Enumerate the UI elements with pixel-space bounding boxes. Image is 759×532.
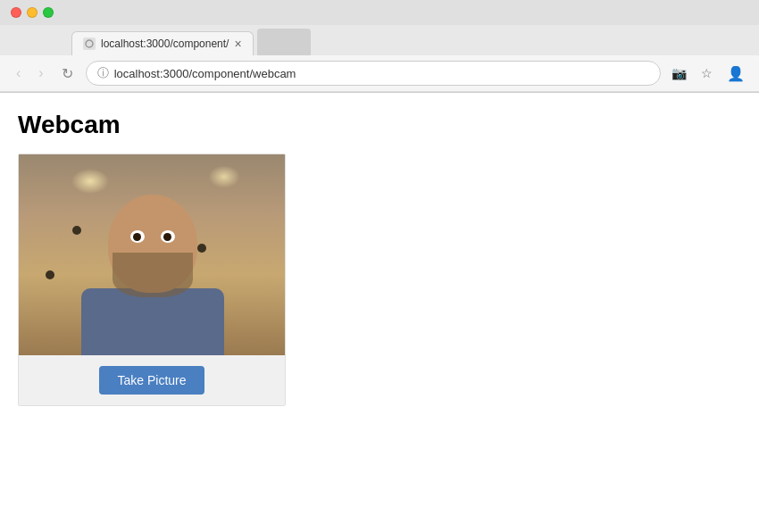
person-silhouette [63, 177, 242, 355]
svg-rect-0 [83, 37, 96, 50]
pupil-left [133, 233, 141, 241]
title-bar [0, 0, 759, 25]
browser-chrome: localhost:3000/component/ × ‹ › ↻ ⓘ loca… [0, 0, 759, 93]
tab-close-button[interactable]: × [234, 37, 241, 51]
camera-button[interactable]: 📷 [668, 64, 690, 82]
forward-button[interactable]: › [33, 63, 48, 83]
nav-actions: 📷 ☆ 👤 [668, 63, 748, 84]
eye-right [161, 230, 175, 243]
maximize-button[interactable] [43, 7, 54, 18]
webcam-container: Take Picture [18, 154, 286, 406]
traffic-lights [11, 7, 54, 18]
pupil-right [163, 233, 171, 241]
head [108, 195, 197, 293]
page-title: Webcam [18, 111, 741, 139]
tab-bar: localhost:3000/component/ × [0, 29, 759, 55]
profile-button[interactable]: 👤 [723, 63, 748, 84]
browser-tab[interactable]: localhost:3000/component/ × [71, 31, 254, 55]
profile-icon: 👤 [727, 66, 745, 81]
new-tab-area [257, 29, 311, 55]
address-bar[interactable]: ⓘ localhost:3000/component/webcam [86, 61, 661, 86]
back-button[interactable]: ‹ [11, 63, 26, 83]
close-button[interactable] [11, 7, 21, 18]
wall-dot [46, 270, 54, 279]
eye-left [130, 230, 145, 243]
nav-bar: ‹ › ↻ ⓘ localhost:3000/component/webcam … [0, 55, 759, 92]
webcam-controls: Take Picture [19, 355, 285, 405]
info-icon: ⓘ [97, 65, 109, 81]
take-picture-button[interactable]: Take Picture [99, 366, 204, 395]
webcam-feed [19, 154, 286, 355]
body [81, 288, 224, 355]
beard [113, 253, 193, 297]
bookmark-button[interactable]: ☆ [697, 64, 716, 82]
url-text: localhost:3000/component/webcam [114, 67, 296, 80]
minimize-button[interactable] [27, 7, 38, 18]
tab-title: localhost:3000/component/ [101, 37, 229, 50]
page-content: Webcam [0, 93, 759, 532]
tab-favicon-icon [83, 37, 96, 50]
refresh-button[interactable]: ↻ [56, 63, 79, 84]
